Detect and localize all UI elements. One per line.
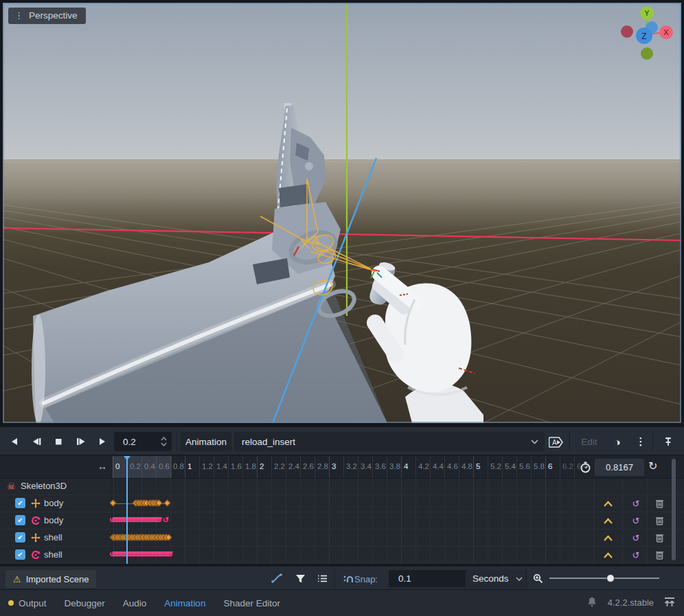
gizmo-x-label: X <box>663 28 669 36</box>
pin-animation-player-button[interactable] <box>659 433 677 450</box>
ruler-tick <box>459 456 459 479</box>
ruler-tick <box>170 456 171 479</box>
imported-scene-warning-button[interactable]: ⚠ Imported Scene <box>5 570 96 588</box>
ruler-tick-label: 1 <box>187 462 192 470</box>
onion-options-kebab-button[interactable]: ⋮ <box>632 433 650 450</box>
track-delete-button[interactable] <box>653 497 665 510</box>
gizmo-axis-neg-y[interactable] <box>641 47 653 60</box>
bottom-tab-shader-editor[interactable]: Shader Editor <box>223 598 280 608</box>
play-from-start-button[interactable] <box>71 433 89 450</box>
track-list-options-icon[interactable] <box>313 569 331 587</box>
track-loop-wrap-button[interactable]: ↺ <box>630 497 642 510</box>
bottom-tab-output[interactable]: Output <box>8 598 47 608</box>
playback-speed-spinbox[interactable]: 0.2 <box>114 432 172 451</box>
keyframe-rotation[interactable]: ↺ <box>156 515 162 525</box>
play-backwards-button[interactable] <box>5 433 23 450</box>
filter-tracks-funnel-icon[interactable] <box>291 569 309 587</box>
scrollbar-thumb[interactable] <box>672 459 676 560</box>
play-button[interactable] <box>93 433 111 450</box>
track-delete-button[interactable] <box>653 532 665 544</box>
tracks-scrollbar[interactable] <box>671 457 676 563</box>
ruler-tick <box>401 456 402 479</box>
snap-label: Snap: <box>354 574 378 584</box>
keyframe-position[interactable] <box>164 500 171 507</box>
playhead-handle[interactable] <box>124 456 130 460</box>
ruler-tick <box>358 456 358 479</box>
autoplay-on-load-button[interactable]: A <box>547 433 565 451</box>
track-delete-button[interactable] <box>653 514 665 527</box>
animation-loop-button[interactable]: ↻ <box>648 459 657 472</box>
track-row-body-position[interactable]: ✔ body ↺ <box>0 495 684 512</box>
tab-label: Debugger <box>65 598 105 608</box>
animation-name-value: reload_insert <box>242 437 295 447</box>
track-keyframes[interactable]: ↺↺↺↺↺↺↺↺↺↺↺↺↺↺↺↺↺↺↺↺↺↺↺↺↺↺↺↺↺↺↺↺↺ <box>0 547 591 564</box>
snap-unit-dropdown[interactable]: Seconds <box>466 570 527 587</box>
separator <box>652 432 653 451</box>
track-row-body-rotation[interactable]: ✔ body ↺↺↺↺↺↺↺↺↺↺↺↺↺↺↺↺↺↺↺↺↺↺↺↺↺↺↺↺ ↺ <box>0 512 684 529</box>
bottom-tab-animation[interactable]: Animation <box>164 598 205 608</box>
track-row-shell-position[interactable]: ✔ shell ↺ <box>0 529 684 547</box>
onion-skinning-button[interactable]: ◑ <box>608 433 626 450</box>
track-update-mode-button[interactable] <box>602 497 614 510</box>
ruler-tick-label: 0.8 <box>173 462 184 470</box>
ruler-tick <box>228 456 229 479</box>
tab-label: Animation <box>164 598 205 608</box>
edit-button-disabled[interactable]: Edit <box>574 432 604 451</box>
track-keyframes[interactable]: ↺↺↺↺↺↺↺↺↺↺↺↺↺↺↺↺↺↺↺↺↺↺↺↺↺↺↺↺ <box>0 512 591 529</box>
warning-icon: ⚠ <box>13 574 21 584</box>
viewport-3d-scene[interactable] <box>3 3 681 423</box>
track-row-shell-rotation[interactable]: ✔ shell ↺↺↺↺↺↺↺↺↺↺↺↺↺↺↺↺↺↺↺↺↺↺↺↺↺↺↺↺↺↺↺↺… <box>0 547 684 564</box>
ruler-tick-label: 1.6 <box>231 462 242 470</box>
ruler-tick <box>113 456 113 479</box>
ruler-tick-label: 3.6 <box>375 462 386 470</box>
spinbox-arrows-icon[interactable] <box>161 437 167 446</box>
snap-step-field[interactable]: 0.1 <box>389 570 470 587</box>
skeleton3d-icon: ☠ <box>7 481 16 492</box>
tab-label: Audio <box>123 598 147 608</box>
sky <box>3 3 681 163</box>
skeleton-root-label: Skeleton3D <box>21 481 67 491</box>
ruler-tick-label: 2.2 <box>274 462 285 470</box>
snap-unit-value: Seconds <box>472 573 509 584</box>
perspective-menu-button[interactable]: ⋮ Perspective <box>8 8 86 24</box>
animation-length-field[interactable]: 0.8167 <box>595 459 644 476</box>
timeline-zoom-slider[interactable] <box>549 578 659 579</box>
track-loop-wrap-button[interactable]: ↺ <box>630 514 642 527</box>
track-loop-wrap-button[interactable]: ↺ <box>630 549 642 561</box>
track-update-mode-button[interactable] <box>602 532 614 544</box>
zoom-slider-handle[interactable] <box>606 574 615 582</box>
keyframe-rotation[interactable]: ↺ <box>167 549 173 559</box>
animation-name-dropdown[interactable]: reload_insert <box>234 432 545 451</box>
ruler-tick-label: 1.8 <box>245 462 256 470</box>
play-backwards-from-end-button[interactable] <box>27 433 45 450</box>
timeline-ruler[interactable]: ↔ 00.20.40.60.811.21.41.61.822.22.42.62.… <box>0 456 684 479</box>
keyframe-rotation[interactable]: ↺ <box>163 515 169 525</box>
ruler-tick <box>343 456 344 479</box>
bottom-tab-debugger[interactable]: Debugger <box>65 598 105 608</box>
ruler-tick <box>315 456 315 479</box>
expand-bottom-panel-button[interactable] <box>663 597 676 608</box>
notification-bell-icon[interactable] <box>586 597 597 607</box>
timeline-playhead[interactable] <box>126 457 128 564</box>
tab-label: Output <box>19 598 47 608</box>
track-keyframes[interactable] <box>0 495 591 512</box>
view-axis-gizmo[interactable]: Y X Z <box>621 4 676 66</box>
perspective-label: Perspective <box>29 10 78 21</box>
track-delete-button[interactable] <box>653 549 665 561</box>
animation-toolbar: 0.2 Animation reload_insert A Edit ◑ ⋮ <box>0 427 684 456</box>
gizmo-axis-neg-x[interactable] <box>621 25 633 38</box>
keyframe-position[interactable] <box>109 500 116 507</box>
track-loop-wrap-button[interactable]: ↺ <box>630 532 642 544</box>
edit-bezier-curves-button[interactable] <box>268 569 286 587</box>
skeleton-root-row[interactable]: ☠ Skeleton3D <box>0 479 684 495</box>
track-update-mode-button[interactable] <box>602 514 614 527</box>
track-keyframes[interactable] <box>0 529 591 547</box>
track-update-mode-button[interactable] <box>602 549 614 561</box>
stop-button[interactable] <box>49 433 67 450</box>
animation-length-clock-icon[interactable] <box>580 461 591 473</box>
bottom-tab-audio[interactable]: Audio <box>123 598 147 608</box>
column-separator <box>647 479 648 564</box>
animation-menu-button[interactable]: Animation <box>181 432 231 451</box>
viewport-3d[interactable]: ⋮ Perspective Y X Z <box>3 3 681 423</box>
ruler-tick-label: 5 <box>476 462 480 470</box>
